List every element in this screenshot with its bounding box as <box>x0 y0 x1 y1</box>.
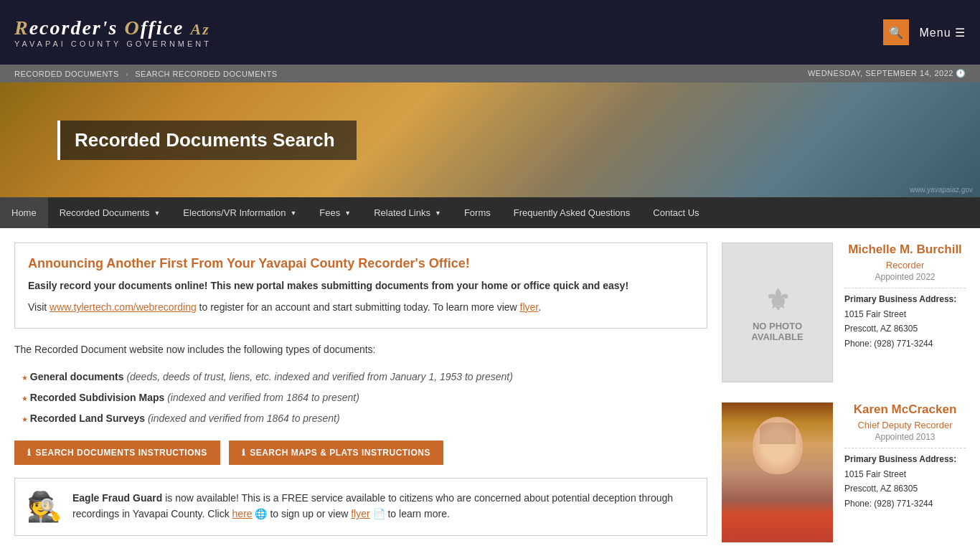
dropdown-caret-4: ▼ <box>435 209 441 217</box>
site-title: Recorder's Office Az <box>14 17 212 39</box>
page-title: Recorded Documents Search <box>75 129 335 151</box>
person-1-photo: ⚜ NO PHOTOAVAILABLE <box>722 242 833 382</box>
menu-label: Menu <box>920 27 951 39</box>
doc-item-2-detail: (indexed and verified from 1864 to prese… <box>167 392 359 403</box>
dropdown-caret-2: ▼ <box>290 209 296 217</box>
dropdown-caret-3: ▼ <box>344 209 351 217</box>
fraud-guard-icon: 🕵️ <box>27 490 62 524</box>
breadcrumb-bar: RECORDED DOCUMENTS › SEARCH RECORDED DOC… <box>0 65 980 83</box>
site-subtitle: YAVAPAI COUNTY GOVERNMENT <box>14 39 212 48</box>
logo-text: Recorder's Office Az YAVAPAI COUNTY GOVE… <box>14 17 212 48</box>
main-nav: Home Recorded Documents ▼ Elections/VR I… <box>0 197 980 228</box>
logo-area: Recorder's Office Az YAVAPAI COUNTY GOVE… <box>14 17 212 48</box>
person-2-address-line1: 1015 Fair Street <box>844 467 966 481</box>
info-icon-2: ℹ <box>242 448 246 458</box>
fraud-here-link[interactable]: here <box>232 508 253 519</box>
person-2-divider <box>844 448 966 448</box>
announcement-text: Visit www.tylertech.com/webrecording to … <box>28 299 694 315</box>
breadcrumb: RECORDED DOCUMENTS › SEARCH RECORDED DOC… <box>14 70 278 78</box>
hero-title-box: Recorded Documents Search <box>57 121 357 160</box>
doc-item-3-detail: (indexed and verified from 1864 to prese… <box>148 413 340 424</box>
person-1-phone: Phone: (928) 771-3244 <box>844 336 966 351</box>
person-2-appointed: Appointed 2013 <box>844 432 966 442</box>
nav-item-home[interactable]: Home <box>0 197 48 228</box>
search-docs-label: SEARCH DOCUMENTS INSTRUCTIONS <box>36 448 207 458</box>
fraud-pdf-icon: 📄 <box>373 508 385 519</box>
announce-text-end: . <box>538 301 541 313</box>
fraud-text-mid: to sign up or view <box>270 508 351 519</box>
announce-text-after: to register for an account and start sub… <box>197 301 520 313</box>
search-button[interactable]: 🔍 <box>883 19 909 45</box>
person-2-phone: Phone: (928) 771-3244 <box>844 496 966 511</box>
nav-item-related-links[interactable]: Related Links ▼ <box>362 197 453 228</box>
announcement-title: Announcing Another First From Your Yavap… <box>28 256 694 271</box>
search-docs-instructions-button[interactable]: ℹ SEARCH DOCUMENTS INSTRUCTIONS <box>14 441 220 465</box>
announcement-bold: Easily record your documents online! Thi… <box>28 278 694 293</box>
person-1-divider <box>844 288 966 288</box>
fraud-text-end: to learn more. <box>387 508 449 519</box>
person-card-2: Karen McCracken Chief Deputy Recorder Ap… <box>722 402 966 542</box>
breadcrumb-item-2: SEARCH RECORDED DOCUMENTS <box>135 70 277 78</box>
list-item: Recorded Subdivision Maps (indexed and v… <box>22 390 707 405</box>
nav-item-recorded-documents[interactable]: Recorded Documents ▼ <box>48 197 172 228</box>
info-icon-1: ℹ <box>27 448 32 458</box>
person-2-info: Karen McCracken Chief Deputy Recorder Ap… <box>844 402 966 542</box>
instructions-button-row: ℹ SEARCH DOCUMENTS INSTRUCTIONS ℹ SEARCH… <box>14 441 707 465</box>
doc-item-1-detail: (deeds, deeds of trust, liens, etc. inde… <box>126 371 513 382</box>
doc-item-3-label: Recorded Land Surveys <box>30 413 145 424</box>
document-list: General documents (deeds, deeds of trust… <box>22 369 707 426</box>
announce-text-before: Visit <box>28 301 50 313</box>
nav-item-forms[interactable]: Forms <box>453 197 502 228</box>
person-1-address-line2: Prescott, AZ 86305 <box>844 321 966 336</box>
doc-item-2-label: Recorded Subdivision Maps <box>30 392 164 403</box>
fraud-guard-text: Eagle Fraud Guard is now available! This… <box>72 490 695 522</box>
list-item: General documents (deeds, deeds of trust… <box>22 369 707 385</box>
person-1-address-line1: 1015 Fair Street <box>844 307 966 321</box>
announcement-box: Announcing Another First From Your Yavap… <box>14 242 707 329</box>
main-content: Announcing Another First From Your Yavap… <box>14 242 722 542</box>
nav-item-faq[interactable]: Frequently Asked Questions <box>502 197 642 228</box>
person-2-title: Chief Deputy Recorder <box>844 420 966 430</box>
date-display: Wednesday, September 14, 2022 🕐 <box>808 69 966 78</box>
hero-banner: Recorded Documents Search www.yavapaiaz.… <box>0 83 980 197</box>
person-1-name: Michelle M. Burchill <box>844 242 966 257</box>
breadcrumb-item-1[interactable]: RECORDED DOCUMENTS <box>14 70 119 78</box>
person-1-address: 1015 Fair Street Prescott, AZ 86305 Phon… <box>844 307 966 351</box>
person-2-address: 1015 Fair Street Prescott, AZ 86305 Phon… <box>844 467 966 511</box>
tyler-tech-link[interactable]: www.tylertech.com/webrecording <box>50 301 197 313</box>
nav-item-elections[interactable]: Elections/VR Information ▼ <box>171 197 308 228</box>
person-1-photo-wrapper: ⚜ NO PHOTOAVAILABLE <box>722 242 833 391</box>
menu-button[interactable]: Menu ☰ <box>920 26 966 39</box>
site-header: Recorder's Office Az YAVAPAI COUNTY GOVE… <box>0 0 980 65</box>
fraud-guard-box: 🕵️ Eagle Fraud Guard is now available! T… <box>14 478 707 536</box>
person-1-info: Michelle M. Burchill Recorder Appointed … <box>844 242 966 391</box>
watermark: www.yavapaiaz.gov <box>910 186 973 194</box>
list-item: Recorded Land Surveys (indexed and verif… <box>22 411 707 426</box>
header-right: 🔍 Menu ☰ <box>883 19 966 45</box>
search-maps-label: SEARCH MAPS & PLATS INSTRUCTIONS <box>250 448 430 458</box>
fraud-flyer-link[interactable]: flyer <box>351 508 369 519</box>
flyer-link-1[interactable]: flyer <box>520 301 539 313</box>
breadcrumb-separator: › <box>126 70 128 78</box>
fraud-guard-title: Eagle Fraud Guard <box>72 492 162 504</box>
no-photo-placeholder: ⚜ NO PHOTOAVAILABLE <box>751 283 803 342</box>
main-layout: Announcing Another First From Your Yavap… <box>0 228 980 551</box>
hero-content: Recorded Documents Search <box>0 83 980 197</box>
dropdown-caret: ▼ <box>154 209 160 217</box>
seal-icon: ⚜ <box>751 283 803 316</box>
person-2-name: Karen McCracken <box>844 402 966 417</box>
no-photo-text: NO PHOTOAVAILABLE <box>751 321 803 342</box>
logo-az: Az <box>190 20 209 38</box>
fraud-globe-icon: 🌐 <box>255 508 267 519</box>
person-1-address-label: Primary Business Address: <box>844 294 966 304</box>
person-card-1: ⚜ NO PHOTOAVAILABLE Michelle M. Burchill… <box>722 242 966 391</box>
intro-text: The Recorded Document website now includ… <box>14 342 707 357</box>
person-2-photo <box>722 402 833 542</box>
person-2-photo-wrapper <box>722 402 833 542</box>
person-1-appointed: Appointed 2022 <box>844 272 966 282</box>
person-1-title: Recorder <box>844 260 966 270</box>
person-2-address-line2: Prescott, AZ 86305 <box>844 481 966 496</box>
nav-item-contact[interactable]: Contact Us <box>641 197 710 228</box>
search-maps-instructions-button[interactable]: ℹ SEARCH MAPS & PLATS INSTRUCTIONS <box>229 441 443 465</box>
nav-item-fees[interactable]: Fees ▼ <box>308 197 362 228</box>
